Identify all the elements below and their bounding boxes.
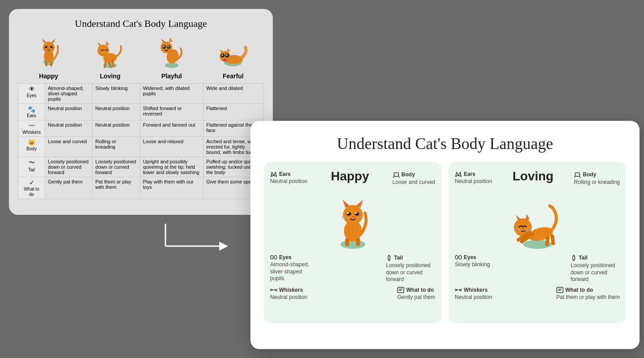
svg-rect-108	[557, 287, 563, 293]
happy-whiskers-value: Neutral position	[270, 294, 307, 301]
happy-cat-icon	[33, 35, 64, 71]
svg-point-58	[347, 212, 349, 214]
svg-point-60	[352, 216, 354, 218]
whiskers-icon	[270, 288, 277, 292]
bg-cat-fearful: Fearful	[206, 35, 260, 80]
fg-title: Understand Cat's Body Language	[264, 134, 626, 153]
what-to-do-icon	[397, 287, 404, 293]
loving-whattodo-label: What to do	[565, 287, 593, 293]
svg-point-38	[222, 55, 223, 56]
svg-marker-18	[106, 41, 109, 46]
loving-ears-header: Ears	[455, 171, 475, 177]
loving-cat-illustration	[508, 192, 567, 250]
loving-whiskers-value: Neutral position	[455, 294, 492, 301]
svg-line-48	[398, 176, 399, 178]
loving-eyes-label: Eyes	[464, 254, 476, 260]
happy-eyes-label: Eyes	[279, 254, 292, 260]
svg-point-71	[274, 256, 277, 259]
bg-cat-playful: Playful	[145, 35, 199, 80]
svg-point-29	[163, 46, 164, 47]
svg-point-51	[343, 205, 363, 225]
eyes-icon-2	[455, 255, 462, 260]
svg-line-105	[455, 290, 458, 291]
svg-marker-79	[456, 172, 458, 176]
svg-point-59	[355, 212, 357, 214]
loving-body-header: Body	[574, 171, 596, 178]
loving-whiskers-label: Whiskers	[464, 287, 487, 293]
happy-title: Happy	[307, 169, 392, 183]
happy-card: Ears Neutral position Happy Body Loose	[264, 162, 441, 323]
playful-cat-icon	[154, 35, 190, 71]
svg-point-7	[45, 46, 47, 48]
happy-body-value: Loose and curved	[393, 179, 435, 186]
arrow-indicator	[161, 219, 233, 255]
svg-point-91	[522, 229, 525, 230]
svg-line-99	[552, 236, 553, 243]
happy-eyes-header: Eyes	[270, 254, 315, 260]
svg-rect-81	[575, 173, 580, 176]
svg-rect-9	[45, 61, 47, 66]
svg-marker-26	[169, 38, 173, 42]
svg-line-47	[393, 176, 394, 178]
ears-icon	[270, 171, 277, 177]
happy-ears-value: Neutral position	[270, 178, 307, 185]
svg-line-107	[459, 290, 462, 291]
svg-rect-10	[50, 61, 52, 66]
svg-point-39	[226, 55, 228, 56]
happy-cat-illustration	[328, 192, 377, 250]
foreground-card: Understand Cat's Body Language Ears Neut…	[250, 121, 640, 349]
loving-title: Loving	[492, 169, 574, 183]
mood-cards-container: Ears Neutral position Happy Body Loose	[264, 162, 626, 323]
loving-ears-label: Ears	[464, 171, 475, 177]
loving-tail-label: Tail	[579, 255, 588, 261]
bg-cat-loving: Loving	[83, 35, 137, 80]
loving-body-value: Rolling or kneading	[574, 179, 620, 186]
bg-data-table: 👁Eyes Almond-shaped, sliver-shaped pupil…	[18, 83, 264, 199]
happy-whiskers-header: Whiskers	[270, 287, 307, 293]
loving-whiskers-header: Whiskers	[455, 287, 492, 293]
whiskers-icon-2	[455, 288, 462, 292]
happy-whattodo-value: Gently pat them	[397, 294, 435, 301]
svg-point-70	[271, 256, 273, 259]
happy-tail-header: Tail	[386, 254, 435, 261]
svg-line-98	[547, 238, 548, 244]
bg-playful-label: Playful	[145, 72, 199, 80]
svg-point-24	[161, 42, 172, 53]
happy-whattodo-label: What to do	[406, 287, 434, 293]
loving-whattodo-value: Pat them or play with them	[556, 294, 620, 301]
svg-point-102	[455, 256, 458, 259]
svg-rect-46	[394, 173, 398, 176]
loving-body-label: Body	[583, 171, 596, 178]
fearful-cat-icon	[215, 35, 251, 71]
loving-eyes-value: Slowly blinking	[455, 261, 490, 268]
happy-ears-label: Ears	[279, 171, 291, 177]
loving-ears-value: Neutral position	[455, 178, 492, 185]
loving-card: Ears Neutral position Loving Body Roll	[449, 162, 626, 323]
happy-body-header: Body	[393, 171, 415, 178]
svg-line-73	[270, 290, 273, 291]
svg-rect-76	[398, 287, 404, 293]
svg-line-82	[574, 176, 575, 178]
svg-point-40	[223, 59, 227, 61]
svg-point-8	[50, 46, 53, 48]
happy-whattodo-header: What to do	[397, 287, 435, 293]
bg-cat-happy: Happy	[22, 35, 76, 80]
bg-fearful-label: Fearful	[206, 72, 260, 80]
loving-whattodo-header: What to do	[556, 287, 620, 293]
direction-arrow	[161, 219, 233, 255]
bg-title: Understand Cat's Body Language	[18, 18, 264, 30]
happy-body-label: Body	[402, 171, 415, 178]
svg-point-103	[459, 256, 462, 259]
svg-line-75	[274, 290, 277, 291]
loving-eyes-header: Eyes	[455, 254, 490, 260]
body-icon	[393, 171, 400, 178]
loving-tail-header: Tail	[571, 254, 620, 261]
svg-marker-45	[274, 172, 276, 176]
tail-icon	[386, 254, 392, 261]
svg-rect-65	[345, 238, 349, 246]
bg-loving-label: Loving	[83, 72, 137, 80]
happy-tail-label: Tail	[394, 255, 403, 261]
svg-marker-44	[271, 172, 274, 176]
svg-marker-43	[219, 242, 228, 251]
svg-point-22	[165, 63, 178, 68]
